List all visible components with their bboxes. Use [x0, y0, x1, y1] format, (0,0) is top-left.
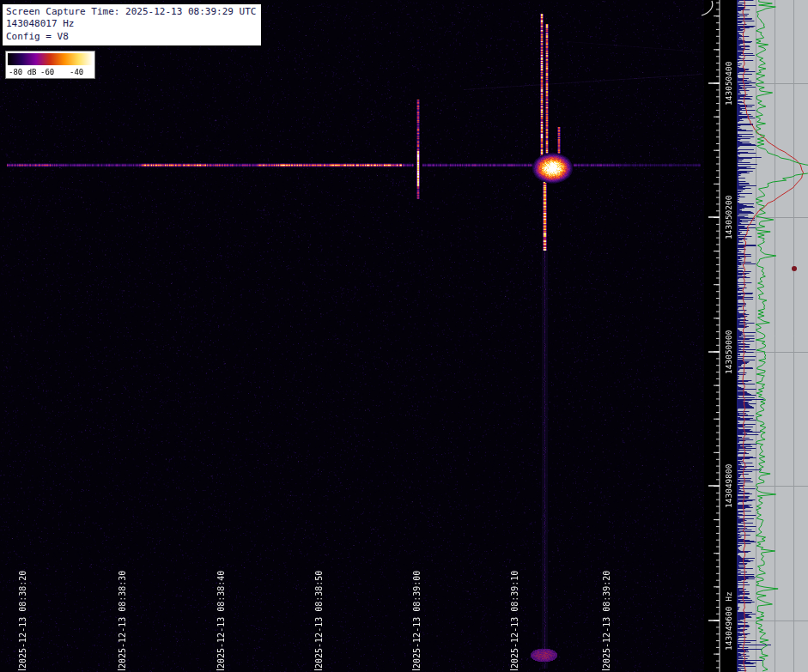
frequency-axis-ruler	[701, 0, 737, 672]
colorbar-max-label: -40	[70, 68, 83, 76]
spectrogram-capture-screen: Screen Capture Time: 2025-12-13 08:39:29…	[0, 0, 808, 672]
capture-frequency-text: 143048017 Hz	[6, 18, 256, 30]
colorbar-min-label: -80 dB	[9, 68, 37, 76]
capture-config-text: Config = V8	[6, 31, 256, 43]
colorbar-labels: -80 dB -60 -40	[8, 66, 93, 77]
capture-time-text: Screen Capture Time: 2025-12-13 08:39:29…	[6, 6, 256, 18]
capture-info-overlay: Screen Capture Time: 2025-12-13 08:39:29…	[2, 3, 262, 46]
colorbar-gradient	[8, 53, 93, 65]
spectrum-side-panel	[737, 0, 808, 672]
colorbar-mid-label: -60	[40, 68, 54, 76]
colorbar: -80 dB -60 -40	[5, 51, 95, 79]
waterfall-spectrogram	[0, 0, 704, 672]
